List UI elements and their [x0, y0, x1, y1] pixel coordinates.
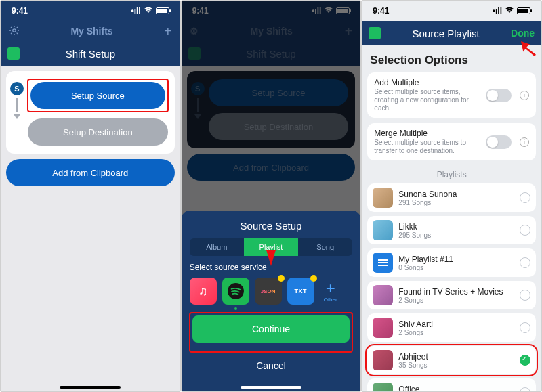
setup-source-button[interactable]: Setup Source [30, 82, 165, 109]
back-header: My Shifts + [1, 21, 180, 41]
option-add-multiple: Add Multiple Select multiple source item… [367, 72, 536, 118]
status-bar: 9:41 •ıll [1, 1, 180, 21]
add-other-service[interactable]: + Other [320, 280, 341, 303]
playlist-art-icon [373, 188, 393, 208]
status-time: 9:41 [12, 6, 28, 16]
battery-icon [517, 7, 530, 14]
playlist-art-icon [373, 220, 393, 240]
page-title: Source Playlist [386, 28, 505, 39]
playlist-art-icon [373, 285, 393, 305]
playlist-row[interactable]: Found in TV Series + Movies2 Songs [367, 281, 536, 309]
playlist-art-icon [373, 253, 393, 273]
annotation-arrow [266, 250, 276, 266]
txt-icon[interactable]: TXT [287, 278, 314, 305]
wifi-icon [505, 6, 514, 16]
step-rail: S [10, 79, 24, 146]
arrow-down-icon [14, 114, 20, 119]
playlists-label: Playlists [367, 166, 536, 183]
battery-icon [156, 7, 169, 14]
playlist-row[interactable]: My Playlist #110 Songs [367, 248, 536, 277]
signal-icon: •ıll [493, 6, 502, 16]
radio-checked[interactable] [520, 355, 530, 366]
continue-button[interactable]: Continue [192, 315, 350, 343]
json-icon[interactable]: JSON [255, 278, 282, 305]
playlist-row-selected[interactable]: Abhijeet35 Songs [367, 346, 536, 374]
page-header: Shift Setup [1, 41, 180, 66]
playlist-art-icon [373, 350, 393, 370]
plus-icon[interactable]: + [164, 24, 172, 39]
status-bar: 9:41 •ıll [362, 1, 541, 21]
page-title: Shift Setup [25, 48, 156, 60]
spotify-icon[interactable] [222, 278, 249, 305]
seg-song[interactable]: Song [298, 238, 352, 256]
signal-icon: •ıll [131, 6, 140, 16]
cancel-button[interactable]: Cancel [190, 352, 353, 379]
section-title: Selection Options [367, 51, 536, 72]
playlist-art-icon [373, 318, 393, 338]
playlist-row[interactable]: Shiv Aarti2 Songs [367, 313, 536, 342]
home-indicator[interactable] [60, 386, 121, 389]
source-badge: S [10, 82, 24, 95]
wifi-icon [144, 6, 153, 16]
home-indicator[interactable] [241, 386, 301, 389]
svg-point-0 [13, 28, 16, 31]
source-setup-sheet: Source Setup Album Playlist Song Select … [182, 211, 361, 391]
back-title: My Shifts [70, 26, 112, 37]
radio[interactable] [520, 290, 530, 301]
info-icon[interactable]: i [520, 137, 529, 147]
gear-icon[interactable] [9, 25, 20, 38]
radio[interactable] [520, 192, 530, 203]
page-header: Source Playlist Done [362, 21, 541, 45]
toggle-merge-multiple[interactable] [486, 135, 512, 149]
playlist-art-icon [373, 383, 393, 392]
highlight-box: Continue [190, 313, 353, 352]
radio[interactable] [520, 225, 530, 236]
app-icon[interactable] [7, 47, 20, 60]
radio[interactable] [520, 387, 530, 392]
seg-album[interactable]: Album [190, 238, 244, 256]
service-row: ♫ JSON TXT + Other [190, 278, 353, 305]
status-time: 9:41 [373, 6, 389, 16]
setup-destination-button[interactable]: Setup Destination [28, 118, 168, 146]
playlist-row[interactable]: Office2 Songs [367, 378, 536, 392]
info-icon[interactable]: i [520, 91, 529, 100]
app-icon[interactable] [369, 27, 381, 39]
playlist-row[interactable]: Sunona Sunona291 Songs [367, 183, 536, 212]
option-merge-multiple: Merge Multiple Select multiple source it… [367, 123, 536, 160]
add-from-clipboard-button[interactable]: Add from Clipboard [6, 159, 175, 186]
toggle-add-multiple[interactable] [486, 89, 512, 102]
playlist-row[interactable]: Likkk295 Songs [367, 216, 536, 244]
sheet-title: Source Setup [190, 220, 353, 232]
radio[interactable] [520, 257, 530, 268]
done-button[interactable]: Done [511, 28, 535, 39]
highlight-box: Setup Source [28, 79, 168, 112]
radio[interactable] [520, 322, 530, 333]
setup-card: S Setup Source Setup Destination [6, 71, 175, 154]
apple-music-icon[interactable]: ♫ [190, 278, 217, 305]
